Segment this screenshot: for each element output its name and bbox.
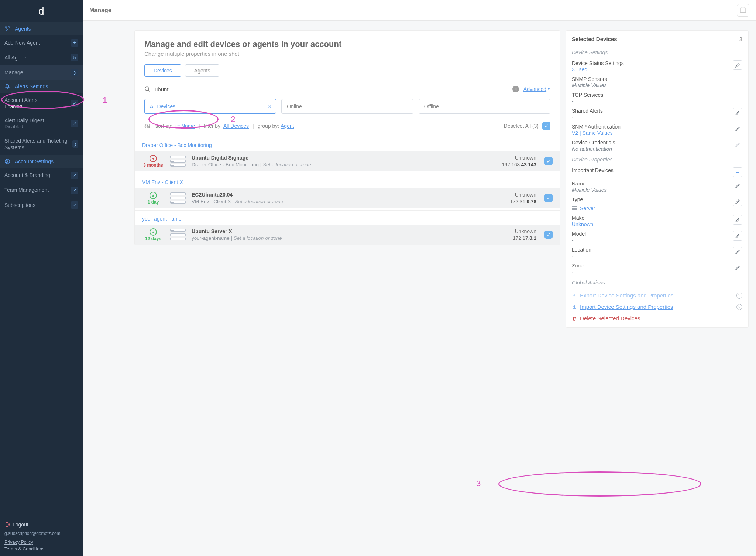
- row-location: Location-: [566, 245, 748, 261]
- device-row[interactable]: ▼ 3 months Ubuntu Digital Signage Draper…: [135, 151, 560, 171]
- page-title: Manage: [89, 7, 111, 14]
- check-icon: ✓: [71, 100, 78, 107]
- help-icon[interactable]: ?: [736, 304, 742, 310]
- device-ip: 172.17.0.1: [513, 235, 536, 241]
- exit-icon: [4, 521, 13, 528]
- open-icon: ↗: [71, 201, 78, 209]
- trash-icon: [572, 316, 577, 321]
- user-email: g.subscription@domotz.com: [4, 531, 78, 536]
- edit-button[interactable]: [733, 263, 742, 272]
- sidebar-section-agents[interactable]: Agents: [0, 22, 83, 35]
- svg-point-5: [145, 87, 149, 91]
- filter-link[interactable]: All Devices: [223, 123, 249, 129]
- pill-offline[interactable]: Offline: [419, 99, 550, 114]
- edit-button[interactable]: [733, 247, 742, 256]
- device-status: Unknown: [510, 192, 536, 198]
- deselect-all-link[interactable]: Deselect All (3): [504, 123, 539, 129]
- open-icon: ↗: [71, 187, 78, 194]
- edit-button[interactable]: [733, 124, 742, 133]
- tab-agents[interactable]: Agents: [185, 64, 220, 77]
- device-row[interactable]: ▲ 1 day EC2Ubuntu20.04 VM Env - Client X…: [135, 188, 560, 208]
- terms-link[interactable]: Terms & Conditions: [4, 546, 78, 552]
- age-direction-icon: ▲: [150, 192, 157, 199]
- search-box: [144, 86, 512, 92]
- sort-icon: ↓≡: [175, 123, 180, 129]
- sidebar-item-subscriptions[interactable]: Subscriptions ↗: [0, 198, 83, 212]
- indeterminate-checkbox[interactable]: −: [733, 167, 742, 177]
- group-name-link[interactable]: Draper Office - Box Monitoring: [142, 142, 212, 148]
- device-row-checkbox[interactable]: ✓: [544, 157, 553, 165]
- pill-all-devices[interactable]: All Devices 3: [144, 99, 276, 114]
- selected-devices-count: 3: [739, 36, 742, 42]
- edit-button[interactable]: [733, 108, 742, 117]
- device-row-checkbox[interactable]: ✓: [544, 231, 553, 239]
- sidebar-item-all-agents[interactable]: All Agents 5: [0, 50, 83, 65]
- docs-button[interactable]: [737, 4, 749, 17]
- edit-button[interactable]: [733, 215, 742, 225]
- device-name: Ubuntu Digital Signage: [192, 155, 496, 161]
- manage-card: Manage and edit devices or agents in you…: [134, 30, 560, 245]
- device-ip: 192.168.43.143: [502, 162, 536, 167]
- open-icon: ↗: [71, 172, 78, 179]
- import-link[interactable]: Import Device Settings and Properties: [572, 304, 673, 310]
- advanced-link[interactable]: Advanced▼: [523, 86, 550, 92]
- logo: d: [0, 0, 83, 22]
- device-row[interactable]: ▲ 12 days Ubuntu Server X your-agent-nam…: [135, 225, 560, 245]
- edit-button[interactable]: [733, 60, 742, 70]
- section-device-properties: Device Properties: [566, 154, 748, 166]
- svg-point-7: [147, 124, 148, 125]
- row-zone: Zone-: [566, 261, 748, 277]
- download-icon: [572, 293, 577, 298]
- device-status: Unknown: [502, 155, 536, 161]
- sliders-icon[interactable]: [144, 123, 150, 129]
- sidebar-item-team-management[interactable]: Team Management ↗: [0, 183, 83, 198]
- sort-link[interactable]: Name: [181, 123, 195, 129]
- sidebar-item-manage[interactable]: Manage ❯: [0, 65, 83, 80]
- group-link[interactable]: Agent: [281, 123, 294, 129]
- search-icon: [144, 86, 150, 92]
- device-age: ▼ 3 months: [142, 155, 164, 168]
- sidebar-section-account-settings[interactable]: Account Settings: [0, 155, 83, 168]
- edit-button[interactable]: [733, 231, 742, 241]
- sidebar-item-add-agent[interactable]: Add New Agent +: [0, 35, 83, 50]
- help-icon[interactable]: ?: [736, 293, 742, 299]
- device-subline: Draper Office - Box Monitoring | Set a l…: [192, 162, 496, 167]
- edit-button[interactable]: [733, 181, 742, 190]
- group-name-link[interactable]: your-agent-name: [142, 216, 182, 222]
- export-link[interactable]: Export Device Settings and Properties: [572, 292, 673, 299]
- sidebar-item-account-branding[interactable]: Account & Branding ↗: [0, 168, 83, 183]
- sidebar-item-daily-digest[interactable]: Alert Daily Digest Disabled ↗: [0, 113, 83, 134]
- edit-button: [733, 140, 742, 149]
- topbar: Manage: [83, 0, 756, 21]
- search-input[interactable]: [155, 86, 236, 92]
- book-icon: [739, 7, 747, 14]
- sidebar-item-shared-alerts[interactable]: Shared Alerts and Ticketing Systems ❯: [0, 134, 83, 154]
- section-device-settings: Device Settings: [566, 47, 748, 58]
- sidebar: d Agents Add New Agent + All Agents 5 Ma…: [0, 0, 83, 556]
- privacy-link[interactable]: Privacy Policy: [4, 540, 78, 545]
- select-all-checkbox[interactable]: ✓: [542, 122, 550, 130]
- device-name: EC2Ubuntu20.04: [192, 192, 504, 198]
- device-ip: 172.31.9.78: [510, 199, 536, 204]
- row-important-devices: Important Devices −: [566, 166, 748, 179]
- device-row-checkbox[interactable]: ✓: [544, 194, 553, 202]
- clear-search-button[interactable]: ✕: [512, 86, 519, 92]
- global-action-export: Export Device Settings and Properties ?: [566, 289, 748, 300]
- row-snmp-sensors: SNMP SensorsMultiple Values: [566, 74, 748, 90]
- group-name-link[interactable]: VM Env - Client X: [142, 179, 183, 185]
- tab-devices[interactable]: Devices: [144, 64, 181, 77]
- sidebar-label: Agents: [15, 26, 31, 32]
- sidebar-footer: Logout g.subscription@domotz.com Privacy…: [0, 517, 83, 556]
- pill-online[interactable]: Online: [281, 99, 413, 114]
- logout-button[interactable]: Logout: [4, 521, 78, 528]
- device-group-header: your-agent-name: [135, 210, 560, 225]
- bell-icon: [4, 83, 11, 89]
- age-direction-icon: ▲: [150, 228, 157, 236]
- chevron-right-icon: ❯: [72, 140, 78, 148]
- delete-link[interactable]: Delete Selected Devices: [572, 315, 640, 321]
- edit-button[interactable]: [733, 197, 742, 206]
- sidebar-item-account-alerts[interactable]: Account Alerts Enabled ✓: [0, 93, 83, 113]
- agents-icon: [4, 26, 11, 32]
- main-area: Manage Manage and edit devices or agents…: [83, 0, 756, 556]
- sidebar-section-alerts[interactable]: Alerts Settings: [0, 80, 83, 93]
